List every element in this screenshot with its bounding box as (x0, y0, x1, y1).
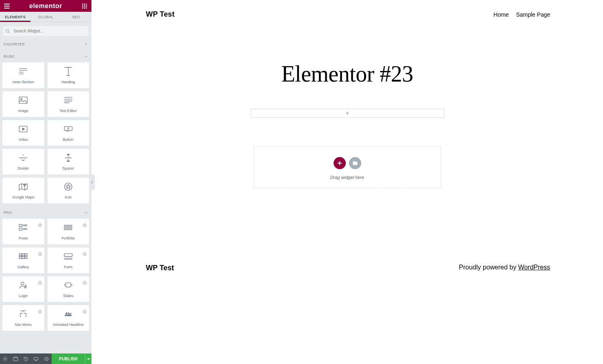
svg-rect-0 (82, 4, 83, 4)
svg-text:Abc: Abc (65, 311, 72, 316)
svg-rect-34 (39, 282, 41, 284)
navigator-icon[interactable] (10, 353, 20, 364)
widget-button[interactable]: Button (48, 120, 89, 146)
lock-icon (38, 308, 42, 315)
svg-rect-38 (66, 282, 71, 287)
tab-seo[interactable]: SEO (61, 12, 91, 22)
widget-label: Posts (19, 236, 28, 240)
svg-rect-3 (82, 6, 83, 6)
nav-link-sample-page[interactable]: Sample Page (516, 11, 550, 18)
collapse-panel-button[interactable] (90, 175, 95, 190)
svg-point-44 (46, 358, 47, 359)
publish-button[interactable]: PUBLISH (52, 353, 85, 364)
svg-rect-16 (39, 224, 41, 226)
widget-slides[interactable]: Slides (48, 276, 89, 302)
apps-grid-icon[interactable] (81, 2, 88, 10)
wordpress-link[interactable]: WordPress (518, 264, 550, 271)
drop-zone[interactable]: Drag widget here (254, 146, 441, 188)
footer-site-title[interactable]: WP Test (146, 264, 174, 272)
section-head-pro[interactable]: PRO (0, 207, 91, 219)
widget-login[interactable]: Login (2, 276, 44, 302)
svg-rect-25 (39, 253, 41, 255)
powered-by-label: Proudly powered by (459, 264, 518, 271)
responsive-icon[interactable] (31, 353, 41, 364)
publish-options-button[interactable] (85, 353, 91, 364)
site-title[interactable]: WP Test (146, 10, 175, 19)
widget-heading[interactable]: Heading (48, 62, 89, 88)
login-icon (19, 281, 27, 290)
widget-label: Login (19, 294, 28, 298)
basic-label: BASIC (4, 54, 15, 58)
nav-link-home[interactable]: Home (494, 11, 509, 18)
widget-icon[interactable]: Icon (48, 178, 89, 203)
text-editor-icon (64, 96, 73, 105)
svg-point-42 (4, 358, 6, 360)
widget-image[interactable]: Image (2, 91, 44, 117)
widget-label: Inner Section (13, 80, 34, 84)
lock-icon (83, 250, 87, 257)
lock-icon (38, 250, 42, 257)
svg-rect-5 (86, 6, 87, 6)
search-icon (6, 28, 10, 35)
lock-icon (38, 279, 42, 286)
widget-label: Heading (61, 80, 75, 84)
search-input[interactable] (2, 26, 89, 37)
settings-icon[interactable] (0, 353, 10, 364)
widget-portfolio[interactable]: Portfolio (48, 219, 89, 244)
slides-icon (64, 281, 73, 290)
tab-global[interactable]: GLOBAL (30, 12, 61, 22)
svg-rect-31 (25, 256, 27, 258)
gallery-icon (19, 252, 28, 261)
widget-text-editor[interactable]: Text Editor (48, 91, 89, 117)
svg-rect-37 (83, 282, 86, 284)
svg-point-11 (21, 98, 22, 100)
widget-divider[interactable]: Divider (2, 149, 44, 174)
add-section-bar[interactable] (250, 109, 445, 118)
preview-icon[interactable] (41, 353, 52, 364)
nav-menu-icon (19, 310, 28, 319)
site-nav: Home Sample Page (494, 11, 550, 18)
svg-rect-24 (70, 228, 72, 229)
svg-rect-29 (19, 256, 21, 258)
widget-form[interactable]: Form (48, 248, 89, 273)
video-icon (19, 125, 28, 134)
svg-rect-10 (19, 97, 27, 103)
panel-tabs: ELEMENTS GLOBAL SEO (0, 12, 91, 22)
tab-elements[interactable]: ELEMENTS (0, 12, 30, 22)
widget-gallery[interactable]: Gallery (2, 248, 44, 273)
svg-rect-7 (84, 8, 85, 9)
template-library-button[interactable] (349, 157, 361, 169)
inner-section-icon (19, 67, 28, 76)
add-new-section-button[interactable] (334, 157, 346, 169)
bottom-bar: PUBLISH (0, 353, 91, 364)
menu-icon[interactable] (3, 2, 11, 10)
drop-label: Drag widget here (330, 175, 364, 180)
widget-google-maps[interactable]: Google Maps (2, 178, 44, 203)
svg-rect-23 (67, 228, 69, 229)
widget-nav-menu[interactable]: Nav Menu (2, 305, 44, 331)
google-maps-icon (19, 182, 28, 191)
image-icon (19, 96, 28, 105)
svg-rect-1 (84, 4, 85, 4)
widget-label: Slides (63, 294, 73, 298)
history-icon[interactable] (21, 353, 31, 364)
widget-label: Button (63, 138, 74, 142)
svg-rect-36 (25, 286, 27, 287)
widget-spacer[interactable]: Spacer (48, 149, 89, 174)
section-head-favorites[interactable]: FAVORITES (0, 38, 91, 50)
widget-inner-section[interactable]: Inner Section (2, 62, 44, 88)
section-head-basic[interactable]: BASIC (0, 50, 91, 62)
svg-rect-6 (82, 8, 83, 9)
widget-posts[interactable]: Posts (2, 219, 44, 244)
svg-rect-43 (34, 357, 38, 360)
form-icon (64, 252, 73, 261)
svg-rect-17 (19, 224, 22, 226)
svg-rect-39 (39, 311, 41, 313)
widget-animated-headline[interactable]: AbcAnimated Headline (48, 305, 89, 331)
svg-rect-40 (83, 311, 86, 313)
svg-rect-2 (86, 4, 87, 4)
widget-label: Nav Menu (15, 323, 32, 327)
svg-point-35 (21, 282, 24, 284)
posts-icon (19, 223, 28, 232)
widget-video[interactable]: Video (2, 120, 44, 146)
